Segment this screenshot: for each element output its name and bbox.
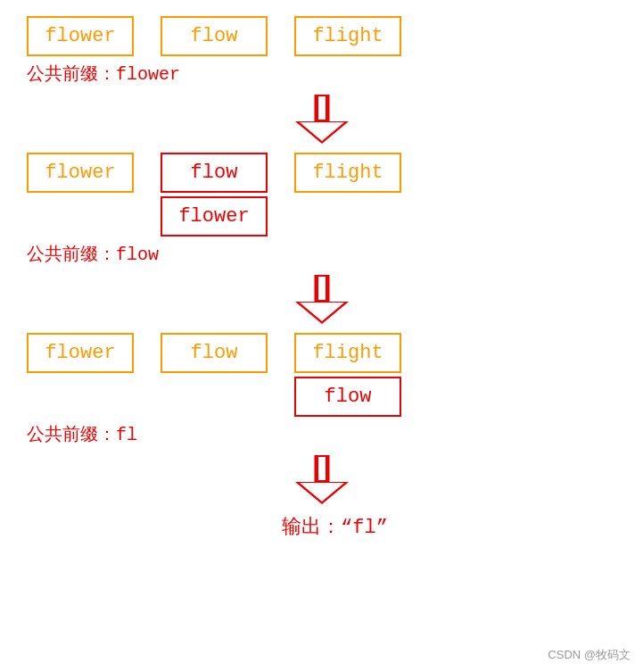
section3-word-row: flower flow flight flow (0, 333, 643, 417)
word-flow-s3: flow (161, 333, 268, 373)
svg-marker-11 (300, 483, 344, 502)
svg-rect-6 (318, 277, 326, 300)
arrow3-svg (295, 455, 349, 504)
word-flow-sub-s3: flow (294, 377, 401, 417)
word-flow-s2: flow (161, 153, 268, 193)
watermark: CSDN @牧码文 (548, 647, 631, 663)
arrow2-svg (295, 275, 349, 324)
word-flower-s3: flower (27, 333, 134, 373)
word-flower-s2: flower (27, 153, 134, 193)
svg-rect-10 (318, 457, 326, 480)
arrow2 (0, 275, 643, 324)
flow-col-s2: flow flower (161, 153, 268, 236)
word-flight-s2: flight (294, 153, 401, 193)
arrow1 (0, 95, 643, 144)
word-flower-s1: flower (27, 16, 134, 56)
arrow1-svg (295, 95, 349, 144)
label-s1: 公共前缀：flower (27, 62, 643, 86)
section1-word-row: flower flow flight (0, 16, 643, 56)
output-row: 输出：“fl” (0, 513, 643, 540)
label-s2: 公共前缀：flow (27, 242, 643, 266)
flight-col-s3: flight flow (294, 333, 401, 417)
output-label: 输出：“fl” (282, 515, 388, 537)
svg-rect-2 (318, 96, 326, 120)
section2-word-row: flower flow flower flight (0, 153, 643, 236)
svg-marker-3 (300, 122, 344, 141)
label-s3: 公共前缀：fl (27, 422, 643, 446)
svg-marker-7 (300, 303, 344, 321)
arrow3 (0, 455, 643, 504)
word-flight-s3: flight (294, 333, 401, 373)
word-flower-sub-s2: flower (161, 196, 268, 236)
word-flight-s1: flight (294, 16, 401, 56)
word-flow-s1: flow (161, 16, 268, 56)
